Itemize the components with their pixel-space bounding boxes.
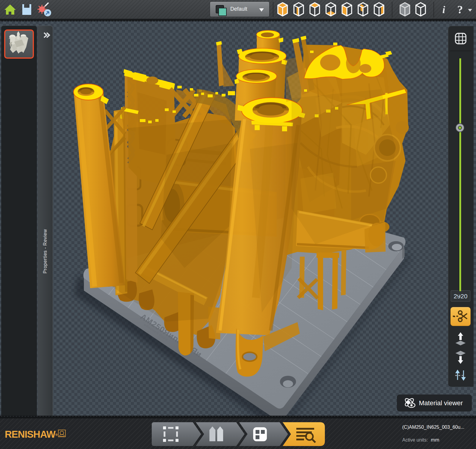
svg-text:i: i [442,4,445,15]
svg-text:?: ? [457,3,463,16]
